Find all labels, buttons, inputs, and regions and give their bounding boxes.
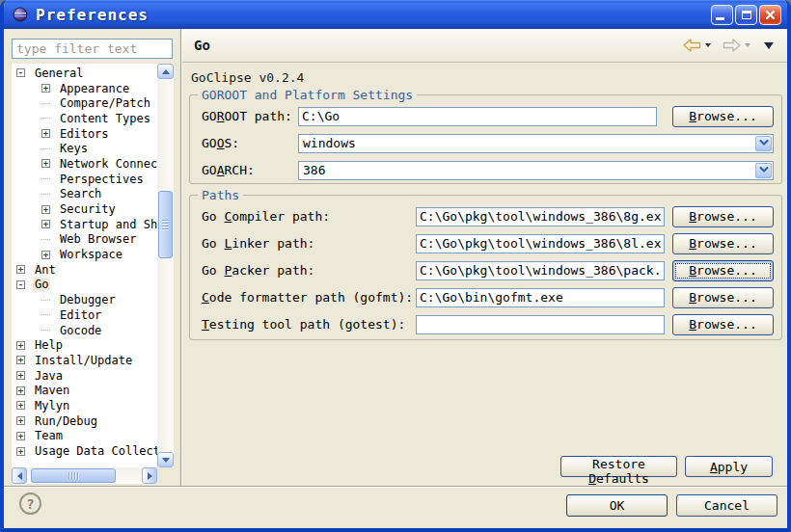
code-formatter-path-browse-button[interactable]: Browse... — [672, 287, 774, 308]
tree-item-ant[interactable]: +Ant — [12, 262, 157, 278]
expand-toggle-icon[interactable]: + — [41, 84, 50, 93]
titlebar[interactable]: Preferences — [0, 0, 791, 29]
tree-item-workspace[interactable]: +Workspace — [12, 247, 157, 262]
tree-item-run-debug[interactable]: +Run/Debug — [12, 413, 157, 429]
testing-tool-path-browse-button[interactable]: Browse... — [672, 314, 774, 335]
forward-history-dropdown-icon[interactable] — [745, 43, 750, 50]
tree-item-usage-data-collector[interactable]: +Usage Data Collector — [12, 443, 157, 459]
tree-item-label: Maven — [33, 384, 71, 397]
expand-toggle-icon[interactable]: + — [16, 386, 25, 395]
goroot-path-browse-button[interactable]: Browse... — [672, 106, 774, 127]
tree-item-go[interactable]: -Go — [12, 278, 157, 293]
tree-item-maven[interactable]: +Maven — [12, 383, 157, 398]
expand-toggle-icon[interactable]: + — [16, 356, 25, 364]
horizontal-scroll-thumb[interactable] — [31, 468, 116, 483]
tree-item-security[interactable]: +Security — [12, 201, 157, 217]
tree-connector — [41, 178, 50, 179]
code-formatter-path-input[interactable] — [416, 288, 665, 307]
tree-connector — [41, 148, 50, 149]
tree-item-label: Run/Debug — [33, 414, 99, 428]
tree-item-label: Appearance — [58, 82, 131, 95]
tree-item-label: Security — [58, 202, 118, 216]
scroll-left-icon[interactable] — [12, 467, 27, 484]
scroll-up-icon[interactable] — [157, 64, 174, 79]
collapse-toggle-icon[interactable]: - — [16, 68, 25, 77]
expand-toggle-icon[interactable]: + — [41, 220, 50, 228]
minimize-button[interactable] — [711, 5, 733, 25]
expand-toggle-icon[interactable]: + — [41, 159, 50, 168]
back-icon[interactable] — [683, 39, 701, 52]
expand-toggle-icon[interactable]: + — [16, 401, 25, 410]
go-compiler-path-browse-button[interactable]: Browse... — [672, 206, 774, 227]
tree-item-search[interactable]: Search — [12, 187, 157, 202]
tree-item-startup-and-shutdown[interactable]: +Startup and Shutdown — [12, 217, 157, 232]
expand-toggle-icon[interactable]: + — [41, 251, 50, 259]
chevron-down-icon[interactable] — [755, 163, 772, 178]
filter-input[interactable] — [12, 39, 173, 59]
goarch-value: 386 — [299, 163, 325, 177]
tree-item-keys[interactable]: Keys — [12, 141, 157, 156]
tree-horizontal-scrollbar[interactable] — [12, 467, 157, 484]
tree-item-label: Java — [33, 369, 65, 383]
tree-item-gocode[interactable]: Gocode — [12, 323, 157, 338]
help-button[interactable]: ? — [19, 492, 41, 515]
view-menu-icon[interactable] — [764, 42, 774, 54]
expand-toggle-icon[interactable]: + — [41, 205, 50, 214]
expand-toggle-icon[interactable]: + — [16, 416, 25, 425]
expand-toggle-icon[interactable]: + — [16, 341, 25, 350]
expand-toggle-icon[interactable]: + — [41, 129, 50, 138]
tree-item-label: Keys — [58, 142, 90, 155]
tree-item-perspectives[interactable]: Perspectives — [12, 172, 157, 187]
tree-item-content-types[interactable]: Content Types — [12, 111, 157, 126]
apply-button[interactable]: Apply — [685, 456, 773, 477]
ok-button[interactable]: OK — [566, 494, 668, 517]
tree-item-team[interactable]: +Team — [12, 429, 157, 444]
group-paths: Paths Go Compiler path:Browse...Go Linke… — [189, 188, 782, 340]
tree-item-debugger[interactable]: Debugger — [12, 292, 157, 307]
go-compiler-path-input[interactable] — [416, 207, 665, 226]
tree-item-help[interactable]: +Help — [12, 337, 157, 353]
chevron-down-icon[interactable] — [755, 136, 772, 151]
close-button[interactable] — [759, 5, 781, 25]
back-history-dropdown-icon[interactable] — [705, 43, 711, 50]
testing-tool-path-label: Testing tool path (gotest): — [202, 317, 416, 332]
tree-item-label: Usage Data Collector — [33, 444, 157, 458]
forward-icon[interactable] — [723, 39, 741, 52]
restore-defaults-button[interactable]: Restore Defaults — [560, 456, 677, 477]
go-linker-path-browse-button[interactable]: Browse... — [672, 233, 774, 254]
tree-vertical-scrollbar[interactable] — [157, 64, 174, 467]
tree-item-network-connections[interactable]: +Network Connections — [12, 156, 157, 172]
tree-item-general[interactable]: -General — [12, 66, 157, 81]
tree-item-mylyn[interactable]: +Mylyn — [12, 398, 157, 413]
tree-item-appearance[interactable]: +Appearance — [12, 81, 157, 96]
collapse-toggle-icon[interactable]: - — [16, 280, 25, 289]
tree-item-compare-patch[interactable]: Compare/Patch — [12, 95, 157, 111]
page-header: Go — [182, 29, 787, 63]
expand-toggle-icon[interactable]: + — [16, 371, 25, 380]
maximize-button[interactable] — [735, 5, 757, 25]
goos-label: GOOS: — [202, 136, 298, 150]
scroll-right-icon[interactable] — [142, 467, 157, 484]
tree-item-label: Team — [33, 429, 65, 442]
minimize-icon — [716, 17, 724, 20]
goroot-path-input[interactable] — [298, 107, 657, 126]
vertical-scroll-thumb[interactable] — [158, 191, 173, 258]
goarch-combo[interactable]: 386 — [298, 161, 774, 180]
tree-item-editor[interactable]: Editor — [12, 307, 157, 323]
expand-toggle-icon[interactable]: + — [16, 447, 25, 456]
go-linker-path-input[interactable] — [416, 234, 665, 253]
tree-item-web-browser[interactable]: Web Browser — [12, 232, 157, 248]
go-packer-path-input[interactable] — [416, 261, 665, 280]
testing-tool-path-input[interactable] — [416, 315, 665, 334]
scroll-down-icon[interactable] — [157, 452, 174, 467]
tree-item-java[interactable]: +Java — [12, 368, 157, 384]
expand-toggle-icon[interactable]: + — [16, 432, 25, 440]
cancel-button[interactable]: Cancel — [676, 494, 777, 517]
goos-combo[interactable]: windows — [298, 134, 774, 153]
tree-connector — [41, 103, 50, 104]
tree-item-install-update[interactable]: +Install/Update — [12, 353, 157, 368]
expand-toggle-icon[interactable]: + — [16, 265, 25, 274]
tree-item-editors[interactable]: +Editors — [12, 126, 157, 142]
go-packer-path-browse-button[interactable]: Browse... — [672, 260, 774, 281]
tree-connector — [41, 330, 50, 331]
